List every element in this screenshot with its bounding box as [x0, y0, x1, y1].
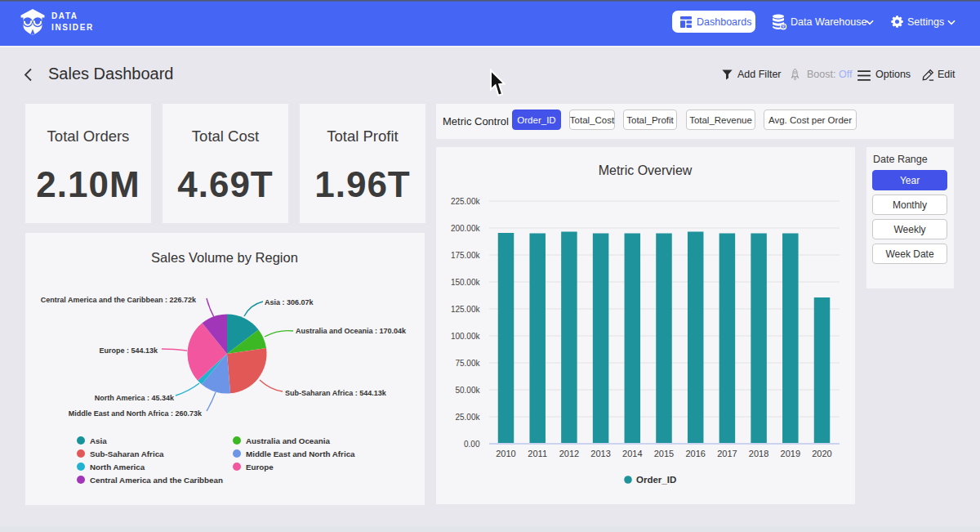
- svg-text:Central America and the Caribb: Central America and the Caribbean: [90, 476, 223, 485]
- svg-text:225.00k: 225.00k: [451, 197, 481, 206]
- svg-text:125.00k: 125.00k: [451, 305, 481, 314]
- svg-text:Central America and the Caribb: Central America and the Caribbean : 226.…: [41, 296, 197, 304]
- svg-text:Europe: Europe: [246, 463, 274, 472]
- svg-text:Asia : 306.07k: Asia : 306.07k: [265, 298, 314, 306]
- svg-text:2016: 2016: [685, 449, 705, 458]
- svg-text:2015: 2015: [654, 449, 674, 458]
- svg-text:Australia and Oceania: Australia and Oceania: [246, 436, 330, 445]
- svg-text:Sales Volume by Region: Sales Volume by Region: [151, 250, 298, 265]
- svg-text:50.00k: 50.00k: [455, 386, 480, 395]
- svg-text:Middle East and North Africa :: Middle East and North Africa : 260.73k: [69, 409, 203, 418]
- svg-text:2014: 2014: [622, 449, 642, 458]
- svg-text:Europe : 544.13k: Europe : 544.13k: [99, 346, 158, 355]
- svg-text:North America : 45.34k: North America : 45.34k: [95, 394, 175, 402]
- svg-text:2013: 2013: [590, 449, 610, 458]
- svg-text:75.00k: 75.00k: [455, 359, 480, 368]
- svg-text:2010: 2010: [496, 449, 515, 458]
- svg-text:Australia and Oceania : 170.04: Australia and Oceania : 170.04k: [296, 327, 407, 335]
- svg-text:2017: 2017: [717, 449, 737, 458]
- svg-text:Order_ID: Order_ID: [636, 475, 676, 485]
- svg-text:0.00: 0.00: [464, 440, 480, 449]
- svg-text:North America: North America: [90, 463, 145, 472]
- svg-text:150.00k: 150.00k: [451, 278, 481, 287]
- svg-text:2019: 2019: [781, 449, 800, 458]
- svg-text:2011: 2011: [528, 449, 547, 458]
- svg-text:2012: 2012: [559, 449, 579, 458]
- svg-text:2018: 2018: [749, 449, 768, 458]
- svg-text:175.00k: 175.00k: [451, 251, 481, 260]
- svg-text:100.00k: 100.00k: [451, 332, 481, 341]
- svg-text:Asia: Asia: [90, 436, 107, 445]
- svg-text:Metric Overview: Metric Overview: [599, 163, 693, 177]
- svg-text:Sub-Saharan Africa: Sub-Saharan Africa: [90, 449, 164, 458]
- svg-text:25.00k: 25.00k: [455, 413, 480, 422]
- svg-text:Sub-Saharan Africa : 544.13k: Sub-Saharan Africa : 544.13k: [285, 389, 387, 397]
- svg-text:Middle East and North Africa: Middle East and North Africa: [246, 449, 355, 458]
- svg-text:2020: 2020: [812, 449, 831, 458]
- svg-text:200.00k: 200.00k: [451, 224, 481, 233]
